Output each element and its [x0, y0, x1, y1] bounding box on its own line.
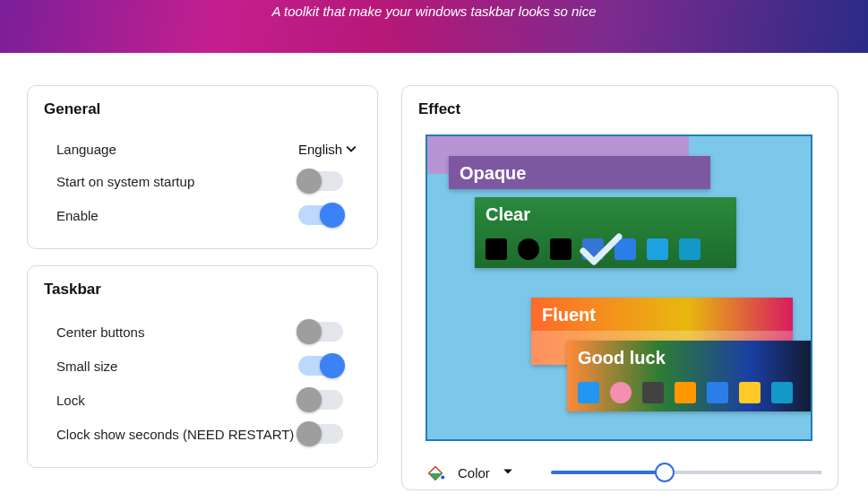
clock-seconds-label: Clock show seconds (NEED RESTART) [56, 427, 294, 442]
explorer-icon [675, 382, 696, 403]
startup-toggle[interactable] [298, 171, 343, 191]
taskview-icon [550, 238, 572, 260]
explorer-icon [582, 238, 604, 260]
taskbar-card: Taskbar Center buttons Small size Lock [27, 265, 378, 468]
effect-option-label: Fluent [531, 298, 793, 331]
general-title: General [44, 100, 361, 118]
general-card: General Language English Start on system… [27, 85, 378, 249]
row-clock-seconds: Clock show seconds (NEED RESTART) [44, 417, 361, 451]
row-center: Center buttons [44, 315, 361, 349]
language-value: English [298, 142, 342, 157]
color-dropdown-icon[interactable] [503, 464, 513, 480]
chevron-down-icon [346, 142, 357, 157]
effect-option-label: Clear [475, 197, 736, 230]
row-lock: Lock [44, 383, 361, 417]
small-toggle[interactable] [298, 356, 343, 376]
calendar-icon [707, 382, 728, 403]
effect-option-goodluck[interactable]: Good luck [567, 341, 812, 411]
effect-option-label: Opaque [449, 156, 710, 189]
taskbar-title: Taskbar [44, 281, 361, 299]
start-icon [486, 238, 507, 260]
effect-option-label: Good luck [567, 341, 812, 374]
mail-icon [739, 382, 761, 403]
svg-point-0 [441, 475, 444, 479]
slider-thumb[interactable] [655, 463, 675, 482]
start-icon [578, 382, 599, 403]
color-label: Color [458, 465, 490, 480]
settings-content: General Language English Start on system… [0, 53, 868, 490]
center-toggle[interactable] [298, 322, 343, 342]
calendar-icon [614, 238, 636, 260]
center-label: Center buttons [56, 325, 144, 340]
taskview-icon [642, 382, 664, 403]
search-icon [610, 382, 632, 403]
clock-seconds-toggle[interactable] [298, 424, 343, 444]
color-slider[interactable] [551, 471, 821, 474]
language-label: Language [56, 142, 116, 157]
small-label: Small size [56, 359, 117, 374]
effect-option-clear[interactable]: Clear [475, 197, 736, 268]
row-small: Small size [44, 349, 361, 383]
banner-tagline: A toolkit that make your windows taskbar… [271, 4, 596, 19]
row-language: Language English [44, 134, 361, 164]
mail-icon [647, 238, 668, 260]
lock-toggle[interactable] [298, 390, 343, 410]
search-icon [518, 238, 539, 260]
effect-card: Effect Opaque Clear [401, 85, 838, 490]
enable-toggle[interactable] [298, 205, 343, 225]
startup-label: Start on system startup [56, 174, 194, 189]
row-startup: Start on system startup [44, 164, 361, 198]
enable-label: Enable [56, 208, 99, 223]
slider-track-remainder [665, 471, 821, 474]
effect-option-opaque[interactable]: Opaque [449, 156, 710, 189]
taskbar-icons [475, 230, 736, 268]
taskbar-icons [567, 374, 812, 411]
app-banner: A toolkit that make your windows taskbar… [0, 0, 868, 53]
effect-title: Effect [418, 100, 821, 118]
row-enable: Enable [44, 198, 361, 232]
color-row: Color [418, 457, 821, 482]
effect-preview: Opaque Clear [425, 134, 812, 441]
language-select[interactable]: English [298, 142, 357, 157]
edge-icon [679, 238, 700, 260]
paint-bucket-icon[interactable] [425, 463, 445, 482]
edge-icon [771, 382, 793, 403]
lock-label: Lock [56, 393, 85, 408]
